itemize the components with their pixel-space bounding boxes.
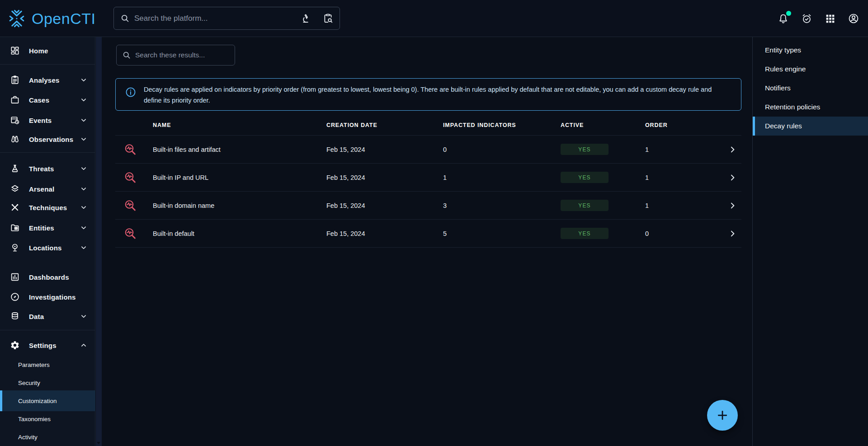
- tools-icon: [9, 202, 20, 213]
- calendar-clock-icon: [9, 115, 20, 126]
- decay-rule-icon: [115, 199, 153, 212]
- cell-active: YES: [561, 200, 645, 211]
- column-header-creation-date[interactable]: CREATION DATE: [326, 122, 443, 128]
- clipboard-search-icon[interactable]: [323, 13, 333, 23]
- table-row[interactable]: Built-in default Feb 15, 2024 5 YES 0: [115, 220, 741, 248]
- sidebar-subitem-activity[interactable]: Activity: [0, 428, 95, 446]
- right-menu-item-notifiers[interactable]: Notifiers: [753, 79, 868, 98]
- sidebar-item-investigations[interactable]: Investigations: [0, 287, 95, 307]
- chevron-right-icon[interactable]: [719, 201, 741, 210]
- add-decay-rule-button[interactable]: [707, 400, 738, 431]
- sidebar-item-locations[interactable]: Locations: [0, 238, 95, 258]
- table-row[interactable]: Built-in IP and URL Feb 15, 2024 1 YES 1: [115, 164, 741, 192]
- sidebar-subitem-customization[interactable]: Customization: [0, 390, 95, 411]
- scrollbar-arrow-down-icon[interactable]: [97, 442, 100, 444]
- sidebar-item-events[interactable]: Events: [0, 110, 95, 130]
- sidebar-item-label: Techniques: [29, 204, 67, 211]
- sidebar-item-threats[interactable]: Threats: [0, 159, 95, 178]
- cell-name: Built-in domain name: [153, 202, 326, 209]
- chevron-right-icon[interactable]: [719, 173, 741, 182]
- alarm-check-icon[interactable]: [800, 12, 813, 25]
- column-header-impacted-indicators[interactable]: IMPACTED INDICATORS: [443, 122, 561, 128]
- decay-rule-icon: [115, 143, 153, 156]
- search-icon: [120, 14, 130, 23]
- sidebar-item-label: Arsenal: [29, 185, 54, 193]
- sidebar-item-settings[interactable]: Settings: [0, 335, 95, 355]
- decay-rule-icon: [115, 171, 153, 184]
- sidebar-item-dashboards[interactable]: Dashboards: [0, 267, 95, 287]
- cell-active: YES: [561, 228, 645, 239]
- sidebar-item-analyses[interactable]: Analyses: [0, 70, 95, 90]
- column-header-active[interactable]: ACTIVE: [561, 122, 645, 128]
- sidebar-item-entities[interactable]: Entities: [0, 218, 95, 238]
- chevron-up-icon: [80, 341, 88, 349]
- sidebar-subitem-parameters[interactable]: Parameters: [0, 356, 95, 374]
- right-menu-label: Decay rules: [765, 122, 802, 130]
- info-icon: [125, 86, 137, 98]
- sidebar-scrollbar[interactable]: [96, 37, 102, 446]
- logo[interactable]: OpenCTI: [6, 0, 95, 37]
- column-header-name[interactable]: NAME: [153, 122, 326, 128]
- sidebar-item-techniques[interactable]: Techniques: [0, 197, 95, 217]
- cell-name: Built-in files and artifact: [153, 146, 326, 153]
- active-badge: YES: [561, 172, 609, 183]
- chevron-right-icon[interactable]: [719, 145, 741, 154]
- platform-search-input[interactable]: [134, 14, 270, 23]
- sidebar-item-label: Observations: [29, 136, 73, 143]
- results-search[interactable]: [116, 45, 235, 66]
- bell-icon[interactable]: [777, 12, 789, 25]
- cell-active: YES: [561, 144, 645, 155]
- chevron-right-icon[interactable]: [719, 229, 741, 238]
- right-menu-item-entity-types[interactable]: Entity types: [753, 41, 868, 60]
- sidebar-divider: [0, 64, 95, 65]
- account-circle-icon[interactable]: [847, 12, 860, 25]
- chevron-down-icon: [80, 224, 88, 232]
- sidebar-item-arsenal[interactable]: Arsenal: [0, 179, 95, 199]
- sidebar-item-data[interactable]: Data: [0, 306, 95, 326]
- customization-right-menu: Entity types Rules engine Notifiers Rete…: [752, 37, 868, 446]
- sidebar-item-label: Data: [29, 313, 44, 320]
- sidebar-item-cases[interactable]: Cases: [0, 90, 95, 110]
- binoculars-icon: [9, 134, 20, 145]
- sidebar-item-label: Events: [29, 117, 52, 124]
- right-menu-item-decay-rules[interactable]: Decay rules: [753, 117, 868, 136]
- sidebar-subitem-label: Taxonomies: [18, 416, 51, 423]
- table-row[interactable]: Built-in files and artifact Feb 15, 2024…: [115, 136, 741, 164]
- folder-table-icon: [9, 222, 20, 233]
- topbar: OpenCTI: [0, 0, 868, 37]
- dashboard-icon: [9, 45, 20, 56]
- logo-text: OpenCTI: [32, 10, 95, 28]
- decay-rule-icon: [115, 227, 153, 240]
- sidebar-item-label: Settings: [29, 342, 57, 349]
- topbar-icons: [777, 0, 860, 37]
- cell-creation-date: Feb 15, 2024: [326, 146, 443, 153]
- cell-order: 1: [645, 146, 719, 153]
- platform-search[interactable]: [113, 7, 340, 30]
- sidebar-subitem-taxonomies[interactable]: Taxonomies: [0, 410, 95, 428]
- chevron-down-icon: [80, 312, 88, 320]
- database-icon: [9, 311, 20, 322]
- right-menu-item-rules-engine[interactable]: Rules engine: [753, 60, 868, 79]
- cell-creation-date: Feb 15, 2024: [326, 174, 443, 181]
- results-search-input[interactable]: [135, 51, 221, 59]
- sidebar-item-observations[interactable]: Observations: [0, 129, 95, 149]
- sidebar-item-label: Threats: [29, 165, 54, 173]
- right-menu-item-retention-policies[interactable]: Retention policies: [753, 98, 868, 117]
- table-row[interactable]: Built-in domain name Feb 15, 2024 3 YES …: [115, 192, 741, 220]
- plus-icon: [716, 408, 729, 422]
- microscope-icon[interactable]: [301, 13, 311, 23]
- active-badge: YES: [561, 228, 609, 239]
- column-header-order[interactable]: ORDER: [645, 122, 719, 128]
- active-badge: YES: [561, 200, 609, 211]
- briefcase-icon: [9, 94, 20, 105]
- globe-icon: [9, 242, 20, 253]
- sidebar-item-label: Analyses: [29, 76, 59, 84]
- opencti-logo-icon: [6, 8, 27, 29]
- sidebar-subitem-security[interactable]: Security: [0, 374, 95, 392]
- cell-order: 0: [645, 230, 719, 237]
- sidebar-item-label: Cases: [29, 96, 49, 104]
- sidebar-item-label: Dashboards: [29, 273, 69, 281]
- sidebar-item-home[interactable]: Home: [0, 41, 95, 61]
- apps-grid-icon[interactable]: [824, 12, 836, 25]
- notification-badge: [786, 11, 791, 16]
